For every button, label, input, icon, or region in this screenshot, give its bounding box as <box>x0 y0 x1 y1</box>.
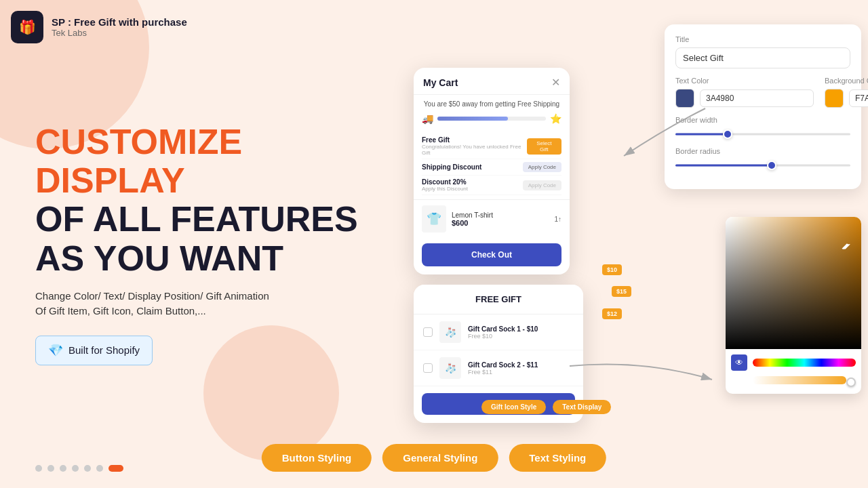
app-icon: 🎁 <box>11 11 43 43</box>
apply-code-button-shipping[interactable]: Apply Code <box>523 162 561 172</box>
text-display-tag[interactable]: Text Display <box>553 400 611 414</box>
border-width-label: Border width <box>675 116 850 124</box>
gift-item-1-image: 🧦 <box>439 321 461 343</box>
border-radius-slider[interactable] <box>675 159 850 171</box>
border-radius-label: Border radius <box>675 147 850 155</box>
cart-close-button[interactable]: ✕ <box>551 76 560 89</box>
gift-item-2: 🧦 Gift Card Sock 2 - $11 Free $11 <box>414 350 583 386</box>
shopify-badge: 💎 Built for Shopify <box>35 336 153 365</box>
bg-color-label: Background Color <box>825 77 868 85</box>
diamond-icon: 💎 <box>48 343 63 358</box>
cart-item-row: 👕 Lemon T-shirt $600 1↑ <box>414 199 570 238</box>
price-tag-2: $15 <box>612 286 631 297</box>
text-styling-button[interactable]: Text Styling <box>509 444 606 472</box>
gift-item-2-price: Free $11 <box>468 369 574 375</box>
headline-line1: CUSTOMIZE DISPLAY <box>35 123 388 200</box>
hero-section: CUSTOMIZE DISPLAY OF ALL FEATURES AS YOU… <box>35 123 388 365</box>
gift-item-2-checkbox[interactable] <box>423 363 433 373</box>
gift-item-2-image: 🧦 <box>439 357 461 379</box>
border-width-slider[interactable] <box>675 128 850 140</box>
cart-item-details: Lemon T-shirt $600 <box>452 211 549 227</box>
price-tag-3: $12 <box>602 308 622 319</box>
bg-color-input[interactable] <box>849 89 868 107</box>
border-radius-fill <box>675 165 772 167</box>
cart-shipping-message: You are $50 away from getting Free Shipp… <box>414 95 570 110</box>
feature-free-gift-label: Free Gift Congratulations! You have unlo… <box>422 136 527 156</box>
gift-item-1-price: Free $10 <box>468 333 574 340</box>
gift-modal-title: FREE GIFT <box>414 285 583 314</box>
headline-line2: OF ALL FEATURES <box>35 201 388 239</box>
right-area: My Cart ✕ You are $50 away from getting … <box>393 0 868 488</box>
color-gradient-area[interactable] <box>726 217 861 349</box>
text-color-input[interactable] <box>700 89 814 107</box>
color-settings-row: Text Color Background Color <box>675 77 850 108</box>
hero-subtext: Change Color/ Text/ Display Position/ Gi… <box>35 289 388 319</box>
general-styling-button[interactable]: General Styling <box>382 444 498 472</box>
cart-modal-header: My Cart ✕ <box>414 68 570 95</box>
pagination-dot-3[interactable] <box>60 465 66 472</box>
headline-line3: AS YOU WANT <box>35 239 388 278</box>
gift-item-2-info: Gift Card Sock 2 - $11 Free $11 <box>468 361 574 375</box>
feature-tags: Gift Icon Style Text Display <box>481 400 611 414</box>
pagination-dot-4[interactable] <box>72 465 79 472</box>
color-picker-card: 👁 <box>726 217 861 394</box>
progress-bar-fill <box>437 117 508 121</box>
text-color-label: Text Color <box>675 77 814 85</box>
bg-color-row <box>825 89 868 108</box>
hero-headline: CUSTOMIZE DISPLAY OF ALL FEATURES AS YOU… <box>35 123 388 278</box>
gift-item-1-checkbox[interactable] <box>423 327 433 337</box>
gift-item-1-info: Gift Card Sock 1 - $10 Free $10 <box>468 325 574 340</box>
cart-item-qty: 1↑ <box>554 216 561 223</box>
pagination[interactable] <box>35 465 123 472</box>
title-input[interactable] <box>675 47 850 68</box>
price-tag-1: $10 <box>602 264 622 275</box>
bg-color-col: Background Color <box>825 77 868 108</box>
app-subtitle: Tek Labs <box>52 28 187 38</box>
border-width-fill <box>675 134 728 136</box>
feature-shipping-label: Shipping Discount <box>422 163 481 171</box>
app-title-group: SP : Free Gift with purchase Tek Labs <box>52 16 187 38</box>
pagination-dot-5[interactable] <box>84 465 91 472</box>
hue-bar[interactable] <box>753 359 856 367</box>
pagination-dot-6[interactable] <box>96 465 103 472</box>
gift-progress-icon: ⭐ <box>550 113 561 124</box>
text-color-swatch[interactable] <box>675 89 694 108</box>
gift-item-1-name: Gift Card Sock 1 - $10 <box>468 325 574 333</box>
apply-code-button-discount: Apply Code <box>523 180 561 190</box>
pagination-dot-2[interactable] <box>47 465 54 472</box>
cart-title: My Cart <box>423 77 458 88</box>
cart-features-list: Free Gift Congratulations! You have unlo… <box>414 129 570 199</box>
cart-feature-discount: Discount 20% Apply this Discount Apply C… <box>422 176 561 195</box>
border-width-thumb[interactable] <box>723 129 732 139</box>
title-field-label: Title <box>675 35 850 43</box>
alpha-thumb[interactable] <box>846 378 856 387</box>
settings-card: Title Text Color Background Color Border… <box>665 24 861 189</box>
color-alpha-row <box>726 376 861 394</box>
text-color-row <box>675 89 814 108</box>
truck-icon: 🚚 <box>422 113 433 124</box>
pagination-dot-1[interactable] <box>35 465 42 472</box>
text-color-col: Text Color <box>675 77 814 108</box>
button-styling-button[interactable]: Button Styling <box>262 444 372 472</box>
feature-discount-label: Discount 20% Apply this Discount <box>422 178 468 192</box>
cart-feature-free-gift: Free Gift Congratulations! You have unlo… <box>422 134 561 159</box>
color-picker-eye-icon[interactable]: 👁 <box>731 354 747 371</box>
cart-item-image: 👕 <box>422 205 446 232</box>
pagination-dot-7[interactable] <box>108 465 123 472</box>
color-hue-row: 👁 <box>726 349 861 376</box>
cart-item-price: $600 <box>452 219 549 227</box>
checkout-button[interactable]: Check Out <box>422 243 561 266</box>
gift-item-1: 🧦 Gift Card Sock 1 - $10 Free $10 <box>414 314 583 350</box>
cart-feature-shipping: Shipping Discount Apply Code <box>422 159 561 176</box>
color-cursor <box>841 243 853 255</box>
gift-icon-style-tag[interactable]: Gift Icon Style <box>481 400 546 414</box>
cart-progress-bar: 🚚 ⭐ <box>414 110 570 129</box>
bottom-action-buttons: Button Styling General Styling Text Styl… <box>262 444 606 472</box>
border-radius-thumb[interactable] <box>767 161 776 170</box>
app-name: SP : Free Gift with purchase <box>52 16 187 28</box>
bg-color-swatch[interactable] <box>825 89 844 108</box>
alpha-bar[interactable] <box>753 376 846 384</box>
gift-item-2-name: Gift Card Sock 2 - $11 <box>468 361 574 369</box>
app-header: 🎁 SP : Free Gift with purchase Tek Labs <box>11 11 187 43</box>
select-gift-button[interactable]: Select Gift <box>527 138 561 155</box>
